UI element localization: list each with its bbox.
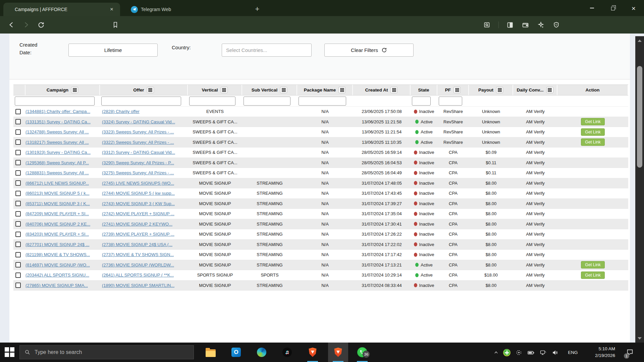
- edge-icon[interactable]: [252, 343, 272, 362]
- offer-link[interactable]: (3323) Sweeps Survey: All Prizes - ...: [102, 129, 174, 134]
- leo-ai-sparkle-icon[interactable]: [536, 20, 545, 29]
- forward-button[interactable]: [21, 20, 31, 29]
- whatsapp-icon[interactable]: 36: [352, 343, 372, 362]
- campaign-link[interactable]: (1295368) Sweep Survey: All P...: [25, 160, 89, 165]
- row-checkbox[interactable]: [15, 201, 21, 206]
- offer-link[interactable]: (2742) MOVIE PLAYER + SIGNUP ...: [102, 211, 174, 216]
- get-link-button[interactable]: Get Link: [581, 118, 605, 125]
- campaign-link[interactable]: (1318217) Sweeps Survey: All ...: [25, 140, 89, 145]
- row-checkbox[interactable]: [15, 180, 21, 186]
- row-checkbox[interactable]: [15, 139, 21, 145]
- column-header-offer[interactable]: Offer: [100, 85, 188, 95]
- column-menu-icon[interactable]: [221, 87, 228, 93]
- offer-link[interactable]: (3324) Survey - DATING Casual Vid...: [102, 119, 175, 124]
- offer-link[interactable]: (2737) MOVIE & TV SHOWS SIGN...: [102, 252, 174, 257]
- tab-campaigns[interactable]: Campaigns | AFFFORCE ×: [3, 3, 120, 16]
- column-menu-icon[interactable]: [338, 87, 345, 93]
- offer-link[interactable]: (2743) MOVIE SIGNUP 3 ( KW Sup...: [102, 201, 175, 206]
- row-checkbox[interactable]: [15, 242, 21, 247]
- column-menu-icon[interactable]: [390, 87, 397, 93]
- filter-input-pf[interactable]: [439, 97, 462, 106]
- country-select-input[interactable]: [222, 44, 312, 57]
- clear-filters-button[interactable]: Clear Filters: [324, 44, 414, 57]
- campaign-link[interactable]: (203442) ALL SPORTS SIGNU...: [25, 273, 89, 278]
- offer-link[interactable]: (2738) MOVIE SIGNUP 24$ USA (...: [102, 242, 172, 247]
- offer-link[interactable]: (2745) LIVE NEWS SIGNUPS (WO...: [102, 181, 174, 186]
- filter-input-state[interactable]: [412, 97, 431, 106]
- tray-antivirus-icon[interactable]: [502, 348, 511, 357]
- row-checkbox[interactable]: [15, 221, 21, 227]
- campaign-link[interactable]: (847209) MOVIE PLAYER + SI...: [25, 211, 89, 216]
- vertical-scrollbar[interactable]: [635, 36, 644, 343]
- campaign-link[interactable]: (827701) MOVIE SIGNUP 24$ ...: [25, 242, 90, 247]
- filter-input-package-name[interactable]: [299, 97, 346, 106]
- row-checkbox[interactable]: [15, 262, 21, 267]
- offer-link[interactable]: (2744) MOVIE SIGNUP 5 ( kw supp...: [102, 191, 175, 196]
- filter-input-offer[interactable]: [101, 97, 181, 106]
- row-checkbox[interactable]: [15, 252, 21, 257]
- column-header-sub-vertical[interactable]: Sub Vertical: [242, 85, 297, 95]
- brave-app-icon[interactable]: [303, 343, 323, 362]
- tray-cast-icon[interactable]: [515, 348, 523, 357]
- offer-link[interactable]: (2739) MOVIE PLAYER + SIGNUP ...: [102, 232, 174, 237]
- tray-speaker-icon[interactable]: [551, 348, 559, 357]
- campaign-link[interactable]: (1288831) Sweeps Survey: All ...: [25, 170, 89, 175]
- campaign-link[interactable]: (1344881) Charity offer: Campa...: [25, 109, 90, 114]
- row-checkbox[interactable]: [15, 160, 21, 165]
- get-link-button[interactable]: Get Link: [581, 138, 605, 146]
- tray-battery-icon[interactable]: [527, 348, 535, 357]
- vpn-shield-icon[interactable]: [551, 20, 561, 29]
- back-button[interactable]: [7, 20, 16, 29]
- filter-input-vertical[interactable]: [189, 97, 235, 106]
- tiktok-icon[interactable]: ♫: [277, 343, 297, 362]
- restore-button[interactable]: [602, 0, 623, 16]
- row-checkbox[interactable]: [15, 211, 21, 217]
- start-button[interactable]: [5, 347, 15, 357]
- offer-link[interactable]: (3275) Sweeps Survey: All Prizes - ...: [102, 170, 174, 175]
- wallet-icon[interactable]: [521, 20, 530, 29]
- outlook-icon[interactable]: O: [226, 343, 246, 362]
- campaign-link[interactable]: (1331351) Survey - DATING Ca...: [25, 119, 91, 124]
- reload-button[interactable]: [36, 20, 46, 29]
- column-menu-icon[interactable]: [496, 87, 503, 93]
- column-header-pf[interactable]: PF: [437, 85, 469, 95]
- get-link-button[interactable]: Get Link: [581, 272, 605, 279]
- row-checkbox[interactable]: [15, 150, 21, 155]
- campaign-link[interactable]: (821198) MOVIE & TV SHOWS...: [25, 252, 90, 257]
- campaign-link[interactable]: (1324788) Sweeps Survey: All ...: [25, 129, 89, 134]
- get-link-button[interactable]: Get Link: [581, 128, 605, 136]
- column-header-daily-conv[interactable]: Daily Conv...: [513, 85, 557, 95]
- column-header-package-name[interactable]: Package Name: [297, 85, 353, 95]
- row-checkbox[interactable]: [15, 129, 21, 135]
- row-checkbox[interactable]: [15, 232, 21, 237]
- filter-input-sub-vertical[interactable]: [244, 97, 290, 106]
- filter-input-campaign[interactable]: [15, 97, 95, 106]
- tab-telegram[interactable]: Telegram Web: [127, 3, 228, 16]
- campaign-link[interactable]: (1301923) Survey - DATING Ca...: [25, 150, 91, 155]
- search-page-icon[interactable]: [482, 20, 491, 29]
- language-indicator[interactable]: ENG: [566, 343, 580, 362]
- tray-network-icon[interactable]: [539, 348, 547, 357]
- offer-link[interactable]: (2641) ALL SPORTS SIGNUP ( **K...: [102, 273, 174, 278]
- row-checkbox[interactable]: [15, 273, 21, 278]
- new-tab-button[interactable]: +: [252, 4, 262, 14]
- taskbar-clock[interactable]: 5:10 AM 2/19/2026: [582, 343, 616, 362]
- column-header-payout[interactable]: Payout: [469, 85, 513, 95]
- offer-link[interactable]: (2741) MOVIE SIGNUP 2 KEYWO...: [102, 222, 172, 227]
- column-menu-icon[interactable]: [453, 87, 461, 93]
- campaign-link[interactable]: (853711) MOVIE SIGNUP 3 ( K...: [25, 201, 90, 206]
- campaign-link[interactable]: (866712) LIVE NEWS SIGNUP...: [25, 181, 89, 186]
- column-menu-icon[interactable]: [147, 87, 154, 93]
- column-header-action[interactable]: Action: [557, 85, 628, 95]
- offer-link[interactable]: (1890) MOVIE SIGNUP SMARTLIN...: [102, 283, 174, 288]
- row-checkbox[interactable]: [15, 109, 21, 114]
- notification-center-icon[interactable]: 1: [621, 343, 639, 362]
- close-button[interactable]: ×: [623, 0, 644, 16]
- offer-link[interactable]: (3312) Survey - DATING Casual Vid...: [102, 150, 175, 155]
- column-menu-icon[interactable]: [71, 87, 78, 93]
- brave-app-icon-active[interactable]: [328, 343, 348, 362]
- campaign-link[interactable]: (840706) MOVIE SIGNUP 2 KE...: [25, 222, 90, 227]
- campaign-link[interactable]: (27865) MOVIE SIGNUP SMA...: [25, 283, 88, 288]
- offer-link[interactable]: (2828) Charity offer: [102, 109, 140, 114]
- get-link-button[interactable]: Get Link: [581, 261, 605, 268]
